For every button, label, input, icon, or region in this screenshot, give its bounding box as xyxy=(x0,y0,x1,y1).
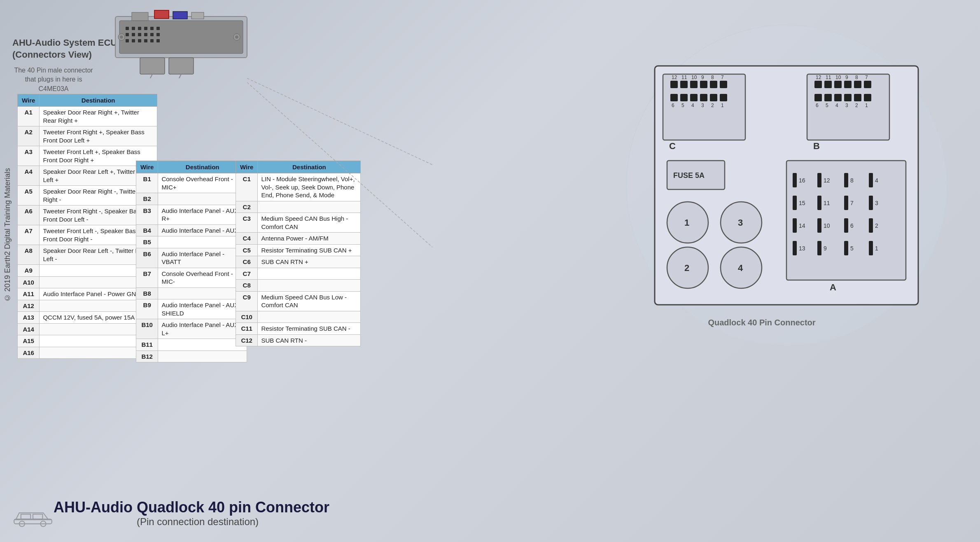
svg-text:6: 6 xyxy=(672,103,674,108)
svg-text:FUSE 5A: FUSE 5A xyxy=(673,171,705,180)
table-row: B9Audio Interface Panel - AUX SHIELD xyxy=(136,299,247,319)
svg-rect-78 xyxy=(844,94,852,101)
table-row: B2 xyxy=(136,193,247,205)
table-row: C9Medium Speed CAN Bus Low - Comfort CAN xyxy=(236,291,361,311)
svg-rect-66 xyxy=(844,81,852,88)
svg-rect-51 xyxy=(690,94,698,101)
bottom-title-area: AHU-Audio Quadlock 40 pin Connector (Pin… xyxy=(54,499,342,528)
svg-text:12: 12 xyxy=(824,177,830,184)
svg-rect-10 xyxy=(126,27,129,30)
svg-rect-3 xyxy=(154,10,169,19)
svg-text:2: 2 xyxy=(855,103,858,108)
svg-rect-4 xyxy=(173,12,187,19)
svg-text:11: 11 xyxy=(681,75,687,80)
svg-rect-119 xyxy=(844,218,848,233)
svg-text:10: 10 xyxy=(835,75,841,80)
svg-line-9 xyxy=(173,74,181,78)
svg-text:12: 12 xyxy=(672,75,677,80)
table-row: A2Tweeter Front Right +, Speaker Bass Fr… xyxy=(18,126,157,146)
svg-rect-75 xyxy=(814,94,822,101)
svg-text:1: 1 xyxy=(721,103,724,108)
svg-text:9: 9 xyxy=(845,75,848,80)
svg-rect-16 xyxy=(126,33,129,36)
svg-text:9: 9 xyxy=(824,245,827,252)
svg-rect-42 xyxy=(720,81,727,88)
table-row: B8 xyxy=(136,287,247,299)
svg-rect-76 xyxy=(824,94,832,101)
svg-text:8: 8 xyxy=(855,75,858,80)
svg-text:6: 6 xyxy=(816,103,819,108)
table-row: B1Console Overhead Front - MIC+ xyxy=(136,173,247,193)
svg-rect-20 xyxy=(150,33,154,36)
svg-text:8: 8 xyxy=(850,177,854,184)
svg-text:4: 4 xyxy=(875,177,878,184)
table-row: C5Resistor Terminating SUB CAN + xyxy=(236,244,361,256)
table-row: C8 xyxy=(236,280,361,292)
table-row: B11 xyxy=(136,339,247,351)
table-row: C1LIN - Module Steeringwheel, Vol+, Vol-… xyxy=(236,173,361,201)
svg-rect-136 xyxy=(33,514,42,519)
svg-text:2: 2 xyxy=(684,263,689,273)
svg-rect-99 xyxy=(793,173,797,187)
svg-rect-67 xyxy=(854,81,861,88)
svg-rect-113 xyxy=(869,196,873,210)
table-b: Wire Destination B1Console Overhead Fron… xyxy=(136,161,247,362)
svg-text:7: 7 xyxy=(721,75,724,80)
svg-text:6: 6 xyxy=(850,222,854,229)
svg-rect-39 xyxy=(690,81,698,88)
svg-rect-14 xyxy=(150,27,154,30)
table-row: A1Speaker Door Rear Right +, Twitter Rea… xyxy=(18,107,157,126)
table-row: B7Console Overhead Front - MIC- xyxy=(136,268,247,287)
svg-rect-129 xyxy=(869,241,873,255)
svg-text:10: 10 xyxy=(691,75,697,80)
svg-rect-103 xyxy=(844,173,848,187)
svg-rect-52 xyxy=(700,94,707,101)
svg-text:7: 7 xyxy=(850,200,854,206)
svg-rect-12 xyxy=(138,27,141,30)
svg-rect-121 xyxy=(869,218,873,233)
svg-text:14: 14 xyxy=(799,222,805,229)
svg-text:1: 1 xyxy=(865,103,868,108)
svg-text:13: 13 xyxy=(799,245,805,252)
table-row: C2 xyxy=(236,201,361,213)
table-row: B3Audio Interface Panel - AUX R+ xyxy=(136,205,247,224)
svg-rect-80 xyxy=(864,94,871,101)
svg-point-31 xyxy=(235,35,238,39)
table-row: B4Audio Interface Panel - AUX1 xyxy=(136,224,247,236)
svg-text:4: 4 xyxy=(835,103,838,108)
svg-text:1: 1 xyxy=(684,217,689,228)
svg-rect-24 xyxy=(138,39,141,42)
copyright-text: © 2019 Earth2 Digital Training Materials xyxy=(0,165,15,305)
svg-rect-27 xyxy=(156,39,160,42)
svg-rect-64 xyxy=(824,81,832,88)
table-c-wire-header: Wire xyxy=(236,161,258,173)
svg-text:7: 7 xyxy=(865,75,868,80)
svg-rect-15 xyxy=(156,27,160,30)
bottom-title-sub: (Pin connection destination) xyxy=(54,516,342,528)
svg-rect-117 xyxy=(817,218,821,233)
svg-rect-13 xyxy=(144,27,147,30)
quadlock-svg: C 12 11 10 9 8 7 xyxy=(634,33,939,338)
svg-rect-41 xyxy=(710,81,717,88)
svg-rect-135 xyxy=(21,514,30,519)
svg-text:3: 3 xyxy=(738,217,743,228)
table-row: B5 xyxy=(136,236,247,248)
table-row: B6Audio Interface Panel - VBATT xyxy=(136,248,247,268)
svg-rect-123 xyxy=(793,241,797,255)
table-b-dest-header: Destination xyxy=(158,161,247,173)
svg-rect-19 xyxy=(144,33,147,36)
car-icon xyxy=(12,505,54,528)
svg-rect-101 xyxy=(817,173,821,187)
svg-rect-17 xyxy=(132,33,135,36)
svg-text:5: 5 xyxy=(681,103,684,108)
table-row: C3Medium Speed CAN Bus High - Comfort CA… xyxy=(236,213,361,233)
table-a-dest-header: Destination xyxy=(40,94,157,107)
svg-rect-37 xyxy=(670,81,678,88)
svg-rect-6 xyxy=(140,58,165,74)
svg-rect-79 xyxy=(854,94,861,101)
svg-rect-7 xyxy=(169,58,194,74)
table-row: C7 xyxy=(236,268,361,280)
svg-rect-111 xyxy=(844,196,848,210)
svg-text:16: 16 xyxy=(799,177,805,184)
table-row: B12 xyxy=(136,350,247,362)
